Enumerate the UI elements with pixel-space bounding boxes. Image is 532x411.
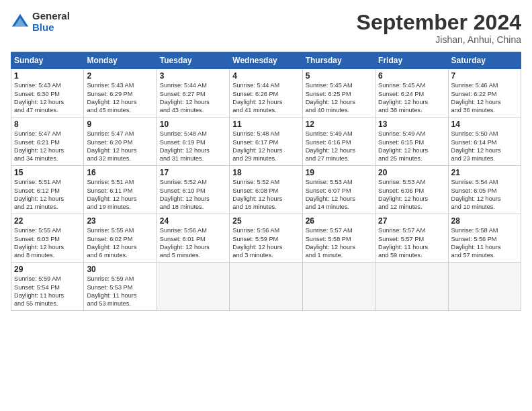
- day-info: Sunrise: 5:55 AM Sunset: 6:03 PM Dayligh…: [14, 226, 81, 260]
- location: Jishan, Anhui, China: [357, 34, 521, 45]
- header-saturday: Saturday: [448, 52, 521, 69]
- logo-icon: [11, 13, 30, 32]
- day-info: Sunrise: 5:52 AM Sunset: 6:08 PM Dayligh…: [232, 178, 299, 212]
- calendar-week-1: 1Sunrise: 5:43 AM Sunset: 6:30 PM Daylig…: [11, 69, 521, 118]
- calendar-day-8: 8Sunrise: 5:47 AM Sunset: 6:21 PM Daylig…: [11, 118, 84, 166]
- day-info: Sunrise: 5:45 AM Sunset: 6:24 PM Dayligh…: [378, 81, 445, 115]
- calendar-day-empty: [448, 263, 521, 311]
- calendar-day-25: 25Sunrise: 5:56 AM Sunset: 5:59 PM Dayli…: [230, 214, 302, 263]
- day-number: 13: [378, 120, 445, 129]
- calendar-day-empty: [375, 263, 448, 311]
- calendar-table: Sunday Monday Tuesday Wednesday Thursday…: [11, 52, 521, 311]
- header-friday: Friday: [375, 52, 448, 69]
- calendar-day-7: 7Sunrise: 5:46 AM Sunset: 6:22 PM Daylig…: [448, 69, 521, 118]
- calendar-day-17: 17Sunrise: 5:52 AM Sunset: 6:10 PM Dayli…: [157, 166, 229, 214]
- day-number: 29: [14, 265, 81, 274]
- calendar-day-6: 6Sunrise: 5:45 AM Sunset: 6:24 PM Daylig…: [375, 69, 448, 118]
- day-number: 23: [87, 216, 153, 226]
- day-number: 6: [378, 71, 445, 81]
- day-number: 11: [232, 120, 299, 129]
- day-number: 22: [14, 216, 81, 226]
- day-info: Sunrise: 5:53 AM Sunset: 6:06 PM Dayligh…: [378, 178, 445, 212]
- header: General Blue September 2024 Jishan, Anhu…: [11, 11, 521, 45]
- logo: General Blue: [11, 11, 70, 33]
- day-info: Sunrise: 5:51 AM Sunset: 6:11 PM Dayligh…: [87, 178, 153, 212]
- day-info: Sunrise: 5:47 AM Sunset: 6:21 PM Dayligh…: [14, 130, 81, 163]
- day-info: Sunrise: 5:44 AM Sunset: 6:27 PM Dayligh…: [160, 81, 226, 115]
- calendar-day-22: 22Sunrise: 5:55 AM Sunset: 6:03 PM Dayli…: [11, 214, 84, 263]
- calendar-day-28: 28Sunrise: 5:58 AM Sunset: 5:56 PM Dayli…: [448, 214, 521, 263]
- day-info: Sunrise: 5:52 AM Sunset: 6:10 PM Dayligh…: [160, 178, 226, 212]
- day-info: Sunrise: 5:59 AM Sunset: 5:54 PM Dayligh…: [14, 275, 81, 308]
- day-number: 2: [87, 71, 153, 81]
- day-info: Sunrise: 5:56 AM Sunset: 5:59 PM Dayligh…: [232, 226, 299, 260]
- day-number: 9: [87, 120, 153, 129]
- calendar-day-empty: [157, 263, 229, 311]
- header-sunday: Sunday: [11, 52, 84, 69]
- day-info: Sunrise: 5:48 AM Sunset: 6:17 PM Dayligh…: [232, 130, 299, 163]
- day-info: Sunrise: 5:54 AM Sunset: 6:05 PM Dayligh…: [451, 178, 518, 212]
- day-number: 7: [451, 71, 518, 81]
- day-number: 16: [87, 168, 153, 177]
- day-number: 5: [306, 71, 372, 81]
- day-number: 8: [14, 120, 81, 129]
- day-info: Sunrise: 5:53 AM Sunset: 6:07 PM Dayligh…: [306, 178, 372, 212]
- day-info: Sunrise: 5:45 AM Sunset: 6:25 PM Dayligh…: [306, 81, 372, 115]
- calendar-day-19: 19Sunrise: 5:53 AM Sunset: 6:07 PM Dayli…: [302, 166, 375, 214]
- day-info: Sunrise: 5:56 AM Sunset: 6:01 PM Dayligh…: [160, 226, 226, 260]
- day-number: 26: [306, 216, 372, 226]
- day-number: 25: [232, 216, 299, 226]
- day-number: 24: [160, 216, 226, 226]
- calendar-day-30: 30Sunrise: 5:59 AM Sunset: 5:53 PM Dayli…: [84, 263, 157, 311]
- header-tuesday: Tuesday: [157, 52, 229, 69]
- calendar-week-3: 15Sunrise: 5:51 AM Sunset: 6:12 PM Dayli…: [11, 166, 521, 214]
- day-info: Sunrise: 5:49 AM Sunset: 6:16 PM Dayligh…: [306, 130, 372, 163]
- day-info: Sunrise: 5:58 AM Sunset: 5:56 PM Dayligh…: [451, 226, 518, 260]
- calendar-day-16: 16Sunrise: 5:51 AM Sunset: 6:11 PM Dayli…: [84, 166, 157, 214]
- calendar-day-15: 15Sunrise: 5:51 AM Sunset: 6:12 PM Dayli…: [11, 166, 84, 214]
- day-info: Sunrise: 5:44 AM Sunset: 6:26 PM Dayligh…: [232, 81, 299, 115]
- calendar-day-29: 29Sunrise: 5:59 AM Sunset: 5:54 PM Dayli…: [11, 263, 84, 311]
- calendar-day-27: 27Sunrise: 5:57 AM Sunset: 5:57 PM Dayli…: [375, 214, 448, 263]
- logo-blue: Blue: [32, 22, 70, 34]
- day-info: Sunrise: 5:57 AM Sunset: 5:57 PM Dayligh…: [378, 226, 445, 260]
- calendar-day-13: 13Sunrise: 5:49 AM Sunset: 6:15 PM Dayli…: [375, 118, 448, 166]
- calendar-day-11: 11Sunrise: 5:48 AM Sunset: 6:17 PM Dayli…: [230, 118, 302, 166]
- calendar-day-21: 21Sunrise: 5:54 AM Sunset: 6:05 PM Dayli…: [448, 166, 521, 214]
- calendar-day-12: 12Sunrise: 5:49 AM Sunset: 6:16 PM Dayli…: [302, 118, 375, 166]
- calendar-day-14: 14Sunrise: 5:50 AM Sunset: 6:14 PM Dayli…: [448, 118, 521, 166]
- month-title: September 2024: [357, 11, 521, 34]
- calendar-day-5: 5Sunrise: 5:45 AM Sunset: 6:25 PM Daylig…: [302, 69, 375, 118]
- day-number: 17: [160, 168, 226, 177]
- calendar-day-9: 9Sunrise: 5:47 AM Sunset: 6:20 PM Daylig…: [84, 118, 157, 166]
- calendar-day-26: 26Sunrise: 5:57 AM Sunset: 5:58 PM Dayli…: [302, 214, 375, 263]
- calendar-day-20: 20Sunrise: 5:53 AM Sunset: 6:06 PM Dayli…: [375, 166, 448, 214]
- day-info: Sunrise: 5:50 AM Sunset: 6:14 PM Dayligh…: [451, 130, 518, 163]
- day-number: 28: [451, 216, 518, 226]
- day-number: 30: [87, 265, 153, 274]
- calendar-week-4: 22Sunrise: 5:55 AM Sunset: 6:03 PM Dayli…: [11, 214, 521, 263]
- day-number: 3: [160, 71, 226, 81]
- day-info: Sunrise: 5:46 AM Sunset: 6:22 PM Dayligh…: [451, 81, 518, 115]
- calendar-day-4: 4Sunrise: 5:44 AM Sunset: 6:26 PM Daylig…: [230, 69, 302, 118]
- day-number: 18: [232, 168, 299, 177]
- calendar-day-empty: [230, 263, 302, 311]
- day-number: 20: [378, 168, 445, 177]
- calendar-week-2: 8Sunrise: 5:47 AM Sunset: 6:21 PM Daylig…: [11, 118, 521, 166]
- day-number: 12: [306, 120, 372, 129]
- calendar-day-23: 23Sunrise: 5:55 AM Sunset: 6:02 PM Dayli…: [84, 214, 157, 263]
- calendar-week-5: 29Sunrise: 5:59 AM Sunset: 5:54 PM Dayli…: [11, 263, 521, 311]
- day-info: Sunrise: 5:49 AM Sunset: 6:15 PM Dayligh…: [378, 130, 445, 163]
- day-info: Sunrise: 5:43 AM Sunset: 6:30 PM Dayligh…: [14, 81, 81, 115]
- day-number: 14: [451, 120, 518, 129]
- day-number: 4: [232, 71, 299, 81]
- logo-text: General Blue: [32, 11, 70, 33]
- day-info: Sunrise: 5:57 AM Sunset: 5:58 PM Dayligh…: [306, 226, 372, 260]
- day-number: 19: [306, 168, 372, 177]
- day-number: 1: [14, 71, 81, 81]
- day-info: Sunrise: 5:48 AM Sunset: 6:19 PM Dayligh…: [160, 130, 226, 163]
- day-info: Sunrise: 5:51 AM Sunset: 6:12 PM Dayligh…: [14, 178, 81, 212]
- header-thursday: Thursday: [302, 52, 375, 69]
- logo-general: General: [32, 11, 70, 22]
- calendar-day-3: 3Sunrise: 5:44 AM Sunset: 6:27 PM Daylig…: [157, 69, 229, 118]
